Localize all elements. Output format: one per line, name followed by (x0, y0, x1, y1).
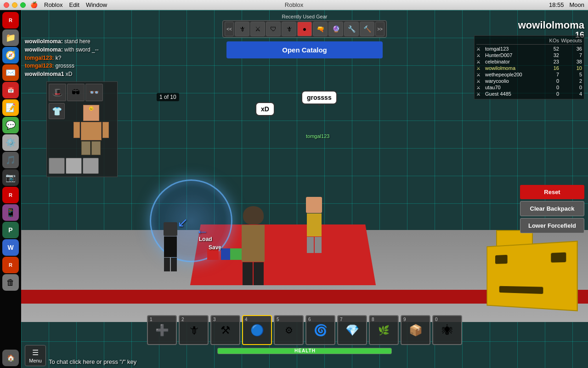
chat-line-5: wowilolmoma1 xD (25, 70, 121, 78)
score-row-tomgal: ⚔ tomgal123 52 36 (476, 46, 582, 52)
sidebar-icon-notes[interactable]: 📝 (2, 99, 19, 116)
minimize-button[interactable] (12, 2, 17, 8)
avatar-torso (81, 122, 102, 140)
load-label[interactable]: Load (199, 236, 212, 242)
sidebar-icon-roblox[interactable]: R (2, 12, 19, 29)
health-label: HEALTH (218, 348, 392, 354)
sidebar-icon-r2[interactable]: R (2, 187, 19, 203)
sidebar-icon-safari[interactable]: 🧭 (2, 47, 19, 63)
hotbar-num-8: 8 (372, 317, 374, 322)
chat-panel: wowilolmoma: stand here wowilolmoma: wit… (25, 38, 121, 79)
chat-line-3: tomgal123: k? (25, 54, 121, 62)
sidebar-icon-prefs[interactable]: ⚙️ (2, 134, 19, 151)
score-icon-7: ⚔ (476, 85, 484, 90)
avatar-glasses-slot[interactable]: 🕶 (67, 84, 85, 101)
gear-slot-2[interactable]: ⚔ (250, 22, 265, 36)
avatar-face-slot[interactable]: 👓 (85, 84, 103, 101)
score-icon-1: ⚔ (476, 46, 484, 52)
hotbar-slot-6[interactable]: 6 🌀 (305, 315, 335, 345)
clear-backpack-button[interactable]: Clear Backpack (520, 201, 584, 216)
sidebar-icon-mail[interactable]: ✉️ (2, 64, 19, 81)
avatar-hat-slot[interactable]: 🎩 (49, 84, 66, 101)
avatar-leg-right (91, 141, 101, 155)
hotbar-slot-7[interactable]: 7 💎 (337, 315, 367, 345)
hotbar-icon-8: 🌿 (378, 325, 390, 336)
chat-line-4: tomgal123: grossss (25, 62, 121, 70)
sidebar-icon-r3[interactable]: R (2, 257, 19, 273)
hotbar-slot-5[interactable]: 5 ⚙ (274, 315, 304, 345)
open-catalog-button[interactable]: Open Catalog (226, 41, 383, 58)
avatar-legs (81, 141, 101, 155)
hotbar-slot-9[interactable]: 9 📦 (401, 315, 430, 345)
chat-user-4: tomgal123: (25, 63, 54, 69)
gear-slot-3[interactable]: 🛡 (266, 22, 281, 36)
hotbar-slot-4[interactable]: 4 🔵 (242, 315, 272, 345)
score-row-self: ⚔ wowilolmoma 16 10 (476, 65, 582, 71)
traffic-lights (4, 2, 26, 8)
lower-forcefield-button[interactable]: Lower Forcefield (520, 218, 584, 233)
sidebar-icon-calendar[interactable]: 📅 (2, 82, 19, 98)
forcefield-character (164, 222, 177, 271)
gear-slot-6[interactable]: 🔫 (313, 22, 328, 36)
gear-next-button[interactable]: >> (375, 22, 384, 36)
hotbar-slot-1[interactable]: 1 ➕ (147, 315, 177, 345)
recently-used-label: Recently Used Gear (222, 14, 387, 19)
reset-button[interactable]: Reset (520, 185, 584, 199)
hotbar-num-7: 7 (340, 317, 343, 322)
sidebar-icon-iphoto[interactable]: 📷 (2, 169, 19, 186)
time-display: 18:55 (549, 1, 564, 8)
avatar-lower-row (49, 158, 115, 174)
edit-menu[interactable]: Edit (69, 1, 79, 8)
close-button[interactable] (4, 2, 9, 8)
hotbar-icon-4: 🔵 (250, 324, 264, 337)
avatar-extra-slot[interactable] (83, 158, 99, 174)
score-icon-5: ⚔ (476, 72, 484, 77)
hotbar-num-3: 3 (213, 317, 216, 322)
roblox-menu[interactable]: Roblox (44, 1, 62, 8)
window-menu[interactable]: Window (86, 1, 107, 8)
hotbar-slot-3[interactable]: 3 ⚒ (210, 315, 240, 345)
gear-slot-7[interactable]: 🔮 (328, 22, 343, 36)
hotbar-slot-8[interactable]: 8 🌿 (369, 315, 399, 345)
chat-line-1: wowilolmoma: stand here (25, 38, 121, 46)
gear-slot-8[interactable]: 🔧 (344, 22, 359, 36)
avatar-shirt-slot[interactable]: 👕 (49, 103, 65, 119)
hotbar-icon-7: 💎 (345, 324, 359, 337)
counter-badge: 1 of 10 (157, 93, 179, 101)
chat-hint[interactable]: To chat click here or press "/" key (49, 358, 136, 365)
avatar-shoes-slot[interactable] (66, 158, 82, 174)
sidebar-icon-itunes[interactable]: 🎵 (2, 152, 19, 168)
gear-prev-button[interactable]: << (225, 22, 234, 36)
hotbar-num-0: 0 (435, 317, 438, 322)
hotbar-icon-9: 📦 (409, 324, 423, 337)
avatar-pants-slot[interactable] (49, 158, 65, 174)
apple-menu-icon[interactable]: 🍎 (30, 1, 38, 8)
gear-slot-4[interactable]: 🗡 (282, 22, 296, 36)
chat-user-3: tomgal123: (25, 55, 54, 61)
menu-button-container: ☰ Menu (25, 345, 46, 366)
hotbar-slot-0[interactable]: 0 🕷 (432, 315, 462, 345)
avatar-arm-right (102, 122, 109, 138)
gear-slot-1[interactable]: 🗡 (235, 22, 249, 36)
hotbar-icon-2: 🗡 (188, 324, 199, 337)
sidebar-icon-trash[interactable]: 🗑 (2, 274, 19, 291)
hotbar-slot-2[interactable]: 2 🗡 (179, 315, 209, 345)
score-icon-2: ⚔ (476, 53, 484, 58)
hotbar-num-1: 1 (150, 317, 153, 322)
sidebar-icon-messages[interactable]: 💬 (2, 117, 19, 133)
save-label[interactable]: Save (209, 244, 221, 251)
sidebar-icon-finder[interactable]: 📁 (2, 29, 19, 46)
hotbar-num-9: 9 (403, 317, 406, 322)
gear-slot-5[interactable]: ● (297, 22, 312, 36)
sidebar-icon-p[interactable]: P (2, 222, 19, 238)
menu-button[interactable]: ☰ Menu (25, 345, 46, 366)
score-icon-6: ⚔ (476, 79, 484, 84)
gear-bar: << 🗡 ⚔ 🛡 🗡 ● 🔫 🔮 🔧 🔨 >> (222, 20, 387, 38)
maximize-button[interactable] (20, 2, 26, 8)
sidebar-icon-home[interactable]: 🏠 (2, 350, 19, 366)
gear-slot-9[interactable]: 🔨 (360, 22, 374, 36)
sidebar-icon-app[interactable]: 📱 (2, 204, 19, 221)
avatar-arm-left (74, 122, 80, 138)
score-row-guest: ⚔ Guest 4485 0 4 (476, 91, 582, 97)
sidebar-icon-w[interactable]: W (2, 239, 19, 256)
